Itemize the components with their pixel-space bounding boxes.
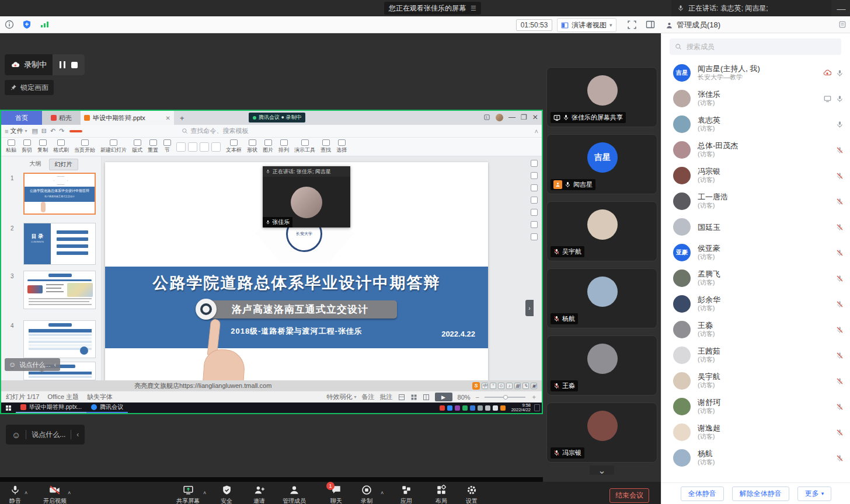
mic-muted-icon[interactable] (836, 300, 844, 308)
mic-icon[interactable]: ♪ (506, 383, 513, 389)
save-icon[interactable]: ▤ (32, 127, 37, 135)
wps-menu-tab[interactable] (112, 130, 120, 132)
ribbon-tool[interactable]: 版式 (132, 139, 142, 154)
wps-home-tab[interactable]: 首页 (1, 111, 42, 125)
participant-row[interactable]: 工一唐浩 (访客) (661, 188, 850, 214)
wps-menu-tab[interactable] (168, 130, 176, 132)
participant-row[interactable]: 吴宇航 (访客) (661, 368, 850, 394)
ribbon-tool[interactable]: 节 (163, 139, 171, 154)
pause-recording-button[interactable] (60, 61, 65, 68)
wps-menu-tab[interactable] (149, 130, 157, 132)
doc-pages-icon[interactable]: 1 (483, 114, 490, 121)
participant-row[interactable]: 谢舒珂 (访客) (661, 394, 850, 419)
properties-icon[interactable] (531, 160, 538, 167)
record-button[interactable]: 录制 (348, 485, 385, 504)
ribbon-tool[interactable]: 新建幻灯片 (100, 139, 127, 154)
wps-menu-tab[interactable] (130, 130, 138, 132)
security-button[interactable]: 安全 (208, 485, 245, 504)
video-tile[interactable]: 冯宗银 (546, 402, 657, 463)
chevron-up-icon[interactable]: ˄ (68, 490, 71, 496)
video-tile[interactable]: 王淼 (546, 335, 657, 396)
font-style-button[interactable] (211, 142, 221, 152)
ribbon-tool[interactable]: 粘贴 (6, 139, 16, 154)
presenter-chat-pill[interactable]: ☺ 说点什么... ‹ (5, 358, 60, 371)
sorter-view-icon[interactable] (410, 394, 417, 401)
ribbon-tool[interactable]: 剪切 (22, 139, 32, 154)
ribbon-tool[interactable]: 格式刷 (53, 139, 69, 154)
wps-docer-tab[interactable]: 稻壳 (42, 111, 81, 125)
ribbon-tool[interactable]: 查找 (321, 139, 331, 154)
watching-screen-pill[interactable]: 您正在观看张佳乐的屏幕 ☰ (384, 2, 481, 15)
minimize-button[interactable]: — (832, 0, 850, 16)
ribbon-tool[interactable]: 图片 (263, 139, 273, 154)
mic-muted-icon[interactable] (836, 352, 844, 359)
volume-icon[interactable] (485, 405, 490, 411)
font-style-button[interactable] (176, 142, 186, 152)
ribbon-tool[interactable]: 复制 (37, 139, 48, 154)
mute-all-button[interactable]: 全体静音 (681, 487, 724, 501)
tray-icon[interactable] (470, 405, 475, 411)
wps-menu-tab[interactable] (69, 130, 82, 132)
skin-icon[interactable]: ✎ (522, 383, 529, 389)
zoom-slider[interactable] (485, 397, 525, 398)
video-tile[interactable]: 张佳乐的屏幕共享 (546, 67, 657, 127)
mute-button[interactable]: 静音 (0, 485, 34, 504)
redo-icon[interactable]: ↷ (59, 127, 64, 135)
missing-font-warning[interactable]: 缺失字体 (87, 393, 113, 401)
wps-menu-tab[interactable] (158, 130, 166, 132)
sogou-tray-icon[interactable] (500, 405, 506, 411)
undo-icon[interactable]: ↶ (50, 127, 55, 135)
participant-row[interactable]: 王茜茹 (访客) (661, 342, 850, 368)
file-menu[interactable]: ≡ 文件 ▾ (5, 127, 27, 135)
punctuation-icon[interactable]: ° (490, 383, 496, 389)
mic-muted-icon[interactable] (836, 275, 844, 282)
window-close-icon[interactable]: ✕ (532, 113, 538, 121)
window-restore-icon[interactable]: ❐ (521, 113, 527, 121)
tab-slides[interactable]: 幻灯片 (49, 159, 78, 170)
participant-row[interactable]: 国廷玉 (661, 214, 850, 240)
ribbon-tool[interactable]: 形状 (247, 139, 257, 154)
wps-menu-tab[interactable] (121, 130, 129, 132)
mic-muted-icon[interactable] (836, 454, 844, 462)
stop-recording-button[interactable] (71, 62, 78, 68)
command-search[interactable]: 查找命令、搜索模板 (182, 127, 249, 135)
design-icon[interactable] (531, 197, 538, 204)
wps-menu-tab[interactable] (140, 130, 148, 132)
battery-icon[interactable] (493, 405, 498, 411)
chevron-up-icon[interactable]: ˄ (25, 490, 27, 496)
chevron-up-icon[interactable]: ˄ (203, 490, 206, 496)
tab-outline[interactable]: 大纲 (25, 159, 47, 170)
participant-row[interactable]: 亚豪 侯亚豪 (访客) (661, 240, 850, 265)
invite-button[interactable]: 邀请 (241, 485, 278, 504)
close-tab-icon[interactable]: ✕ (166, 115, 170, 121)
material-icon[interactable] (531, 209, 538, 216)
taskbar-clock[interactable]: 9:58 2022/4/22 (511, 403, 531, 412)
chevron-left-icon[interactable]: ‹ (76, 430, 79, 439)
ad-text[interactable]: 亮亮鹿文旗舰店https://liangliangluwen.tmall.com (134, 382, 271, 390)
slide[interactable]: 长安大学 公路学院道路总体系毕业设计中期答辩 洛卢高速洛南互通式立交设计 201… (105, 162, 488, 380)
settings-button[interactable]: 设置 (453, 485, 490, 504)
emoji-icon[interactable]: ☺ (498, 383, 504, 389)
tiles-scroll-down-button[interactable]: ⌄ (590, 466, 614, 475)
side-panel-icon[interactable] (646, 20, 655, 29)
ribbon-tool[interactable]: 排列 (278, 139, 289, 154)
window-minimize-icon[interactable]: — (508, 113, 515, 121)
more-button[interactable]: 更多▾ (797, 487, 832, 501)
tray-icon[interactable] (440, 405, 445, 411)
participant-row[interactable]: 袁志英 (访客) (661, 111, 850, 137)
collapse-side-panel-button[interactable]: › (525, 300, 534, 316)
mic-muted-icon[interactable] (836, 172, 844, 180)
video-tile[interactable]: 杨航 (546, 268, 657, 328)
participant-row[interactable]: 谢逸超 (访客) (661, 419, 850, 445)
reading-view-icon[interactable] (423, 394, 430, 401)
slide-thumbnail-3[interactable] (23, 271, 96, 309)
show-desktop-button[interactable] (534, 404, 540, 411)
account-avatar[interactable] (496, 114, 503, 121)
participant-row[interactable]: 总体-田茂杰 (访客) (661, 137, 850, 163)
ribbon-tool[interactable]: 文本框 (226, 139, 242, 154)
ribbon-tool[interactable]: 选择 (336, 139, 347, 154)
wps-menu-tab[interactable] (93, 130, 101, 132)
chart-icon[interactable] (531, 221, 538, 228)
taskbar-wps-task[interactable]: 毕设中期答辩.pptx... (16, 402, 86, 413)
view-mode-dropdown[interactable]: 演讲者视图 ▾ (557, 18, 616, 32)
